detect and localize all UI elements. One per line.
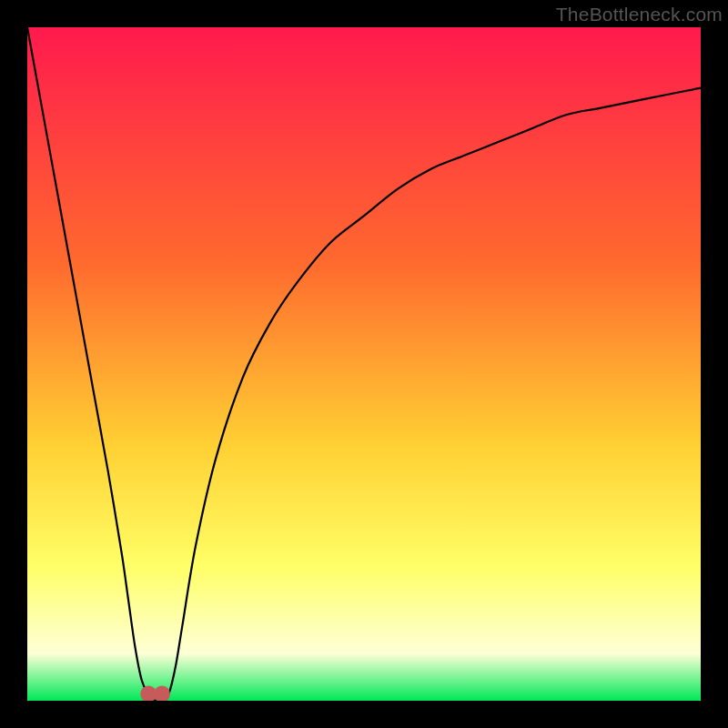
plot-area: [27, 27, 701, 701]
chart-svg: [27, 27, 701, 701]
attribution-label: TheBottleneck.com: [556, 4, 723, 25]
chart-frame: TheBottleneck.com: [0, 0, 728, 728]
